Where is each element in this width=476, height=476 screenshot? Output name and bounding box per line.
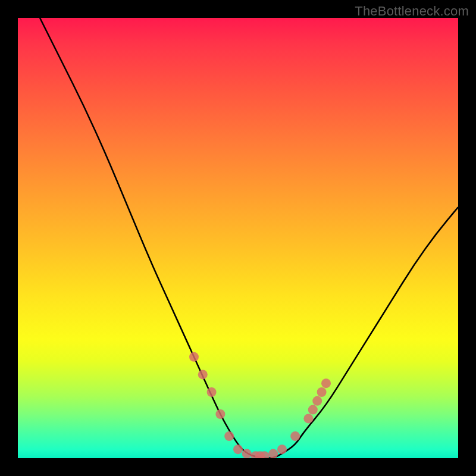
bottleneck-curve-path bbox=[40, 18, 458, 458]
highlight-marker bbox=[215, 409, 225, 419]
highlight-marker bbox=[268, 449, 278, 458]
highlight-marker bbox=[308, 405, 318, 415]
highlight-marker bbox=[312, 396, 322, 406]
highlight-marker bbox=[242, 449, 252, 458]
chart-frame bbox=[18, 18, 458, 458]
highlight-marker bbox=[224, 431, 234, 441]
watermark-text: TheBottleneck.com bbox=[355, 4, 469, 19]
highlight-marker bbox=[198, 369, 208, 379]
highlight-marker bbox=[317, 387, 327, 397]
highlight-markers-group bbox=[189, 352, 331, 458]
bottleneck-curve-svg bbox=[18, 18, 458, 458]
highlight-marker bbox=[303, 414, 313, 423]
highlight-marker bbox=[321, 378, 331, 388]
highlight-marker bbox=[189, 352, 199, 362]
highlight-marker bbox=[277, 444, 287, 454]
highlight-marker bbox=[207, 387, 217, 397]
highlight-marker bbox=[290, 431, 300, 441]
highlight-marker bbox=[233, 444, 243, 454]
